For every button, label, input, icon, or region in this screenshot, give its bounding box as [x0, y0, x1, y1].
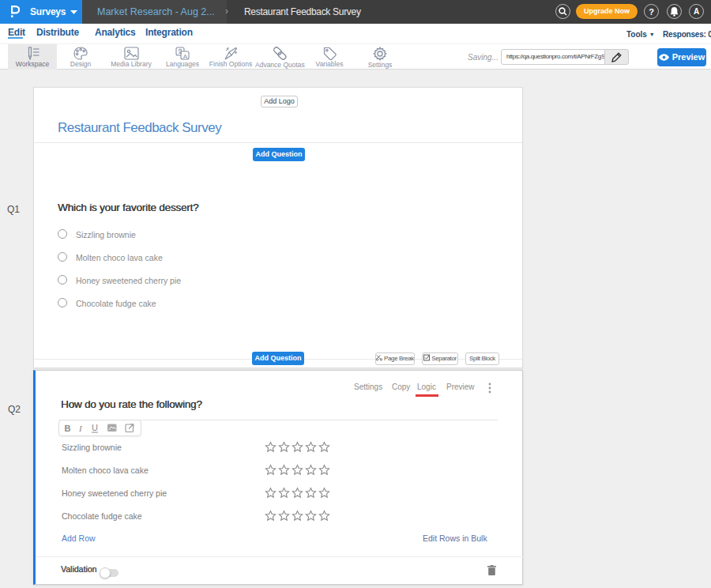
svg-text:B: B	[65, 424, 71, 433]
svg-text:A: A	[183, 53, 188, 60]
svg-text:U: U	[92, 423, 98, 432]
svg-text:I: I	[78, 424, 83, 433]
